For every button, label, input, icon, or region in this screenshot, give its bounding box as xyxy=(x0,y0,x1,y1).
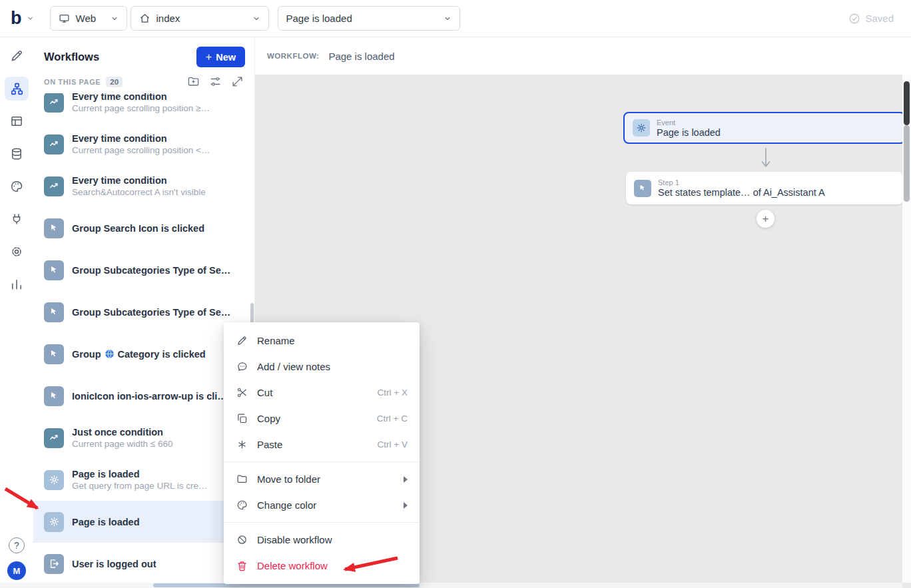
page-dropdown[interactable]: index xyxy=(131,6,269,31)
workflow-item-subtitle: Current page width ≤ 660 xyxy=(72,439,173,449)
scrollbar-thumb[interactable] xyxy=(904,81,910,125)
workflow-item-subtitle: Get query from page URL is cre… xyxy=(72,481,208,491)
layout-icon xyxy=(10,115,23,128)
menu-item-rename[interactable]: Rename xyxy=(224,328,420,354)
workflow-list-item[interactable]: IonicIcon ion-ios-arrow-up is cli… xyxy=(33,375,254,417)
plugins-tab[interactable] xyxy=(5,207,29,231)
horizontal-scrollbar[interactable] xyxy=(0,583,902,588)
scrollbar-thumb[interactable] xyxy=(904,125,910,202)
submenu-arrow-icon xyxy=(404,502,408,509)
plug-icon xyxy=(10,212,23,226)
menu-item-cut[interactable]: Cut Ctrl + X xyxy=(224,380,420,406)
menu-item-shortcut: Ctrl + X xyxy=(378,388,408,398)
step-action-icon xyxy=(634,180,651,197)
workflow-item-subtitle: Current page scrolling position <… xyxy=(72,145,210,155)
help-button[interactable]: ? xyxy=(9,537,25,553)
bar-chart-icon xyxy=(10,278,23,291)
menu-item-paste[interactable]: Paste Ctrl + V xyxy=(224,432,420,457)
workflow-item-title: Group Subcategories Type of Se… xyxy=(72,265,230,276)
home-icon xyxy=(139,13,151,24)
event-node-title: Page is loaded xyxy=(657,127,721,138)
trash-icon xyxy=(236,560,248,571)
workflow-item-subtitle: Search&Autocorrect A isn't visible xyxy=(72,187,206,197)
step-node[interactable]: Step 1 Set states template… of Ai_Assist… xyxy=(626,172,903,204)
save-status: Saved xyxy=(848,13,894,25)
workflow-header-label: WORKFLOW: xyxy=(267,52,319,60)
workflow-list-item[interactable]: Every time conditionSearch&Autocorrect A… xyxy=(33,165,254,207)
topbar: b Web index Page is loaded xyxy=(0,0,911,37)
workflow-item-title: Every time condition xyxy=(72,175,206,186)
app-menu[interactable]: b xyxy=(11,9,34,27)
workflow-item-title: Page is loaded xyxy=(72,517,140,527)
workflow-list-item[interactable]: Page is loadedGet query from page URL is… xyxy=(33,459,254,501)
saved-check-icon xyxy=(848,13,860,25)
avatar[interactable]: M xyxy=(7,561,26,580)
new-workflow-button[interactable]: + New xyxy=(196,47,245,67)
paste-icon xyxy=(236,439,248,450)
event-node[interactable]: Event Page is loaded xyxy=(623,112,906,144)
context-menu: Rename Add / view notes Cut Ctrl + X Cop… xyxy=(224,322,420,584)
folder-icon xyxy=(236,473,248,485)
workflow-item-title: Group Search Icon is clicked xyxy=(72,223,204,234)
new-folder-icon[interactable] xyxy=(187,75,200,88)
workflow-list-item[interactable]: Every time conditionCurrent page scrolli… xyxy=(33,123,254,165)
styles-tab[interactable] xyxy=(5,174,29,198)
workflows-panel-header: Workflows + New xyxy=(33,37,254,70)
menu-item-delete-workflow[interactable]: Delete workflow xyxy=(224,553,420,579)
workflow-list-item[interactable]: Group Subcategories Type of Se… xyxy=(33,249,254,291)
platform-dropdown-label: Web xyxy=(76,13,97,24)
layout-tab[interactable] xyxy=(5,109,29,133)
recurring-event-icon xyxy=(44,176,64,196)
workflow-item-title: Every time condition xyxy=(72,93,210,102)
add-step-button[interactable]: + xyxy=(757,210,774,228)
menu-item-shortcut: Ctrl + C xyxy=(377,414,408,424)
menu-item-move-to-folder[interactable]: Move to folder xyxy=(224,466,420,492)
expand-icon[interactable] xyxy=(231,75,244,88)
workflow-tab[interactable] xyxy=(5,77,29,101)
platform-dropdown[interactable]: Web xyxy=(50,6,127,31)
menu-item-copy[interactable]: Copy Ctrl + C xyxy=(224,406,420,432)
data-tab[interactable] xyxy=(5,142,29,166)
workflow-list-item[interactable]: Group Search Icon is clicked xyxy=(33,207,254,249)
menu-item-label: Rename xyxy=(257,335,295,346)
settings-tab[interactable] xyxy=(5,240,29,264)
menu-item-label: Change color xyxy=(257,499,316,511)
menu-item-add-view-notes[interactable]: Add / view notes xyxy=(224,354,420,380)
workflows-section-row: ON THIS PAGE 20 xyxy=(33,70,254,93)
element-click-event-icon xyxy=(44,218,64,238)
workflow-list-item[interactable]: Group Category is clicked xyxy=(33,333,254,375)
monitor-icon xyxy=(59,13,70,24)
workflow-header-value: Page is loaded xyxy=(328,51,394,62)
menu-item-disable-workflow[interactable]: Disable workflow xyxy=(224,527,420,553)
workflow-list-item[interactable]: User is logged out xyxy=(33,543,254,585)
workflow-select-dropdown[interactable]: Page is loaded xyxy=(278,6,460,31)
workflow-item-title: Category is clicked xyxy=(118,349,206,360)
workflow-list-item[interactable]: Every time conditionCurrent page scrolli… xyxy=(33,93,254,123)
menu-item-shortcut: Ctrl + V xyxy=(378,440,408,449)
menu-item-change-color[interactable]: Change color xyxy=(224,492,420,518)
workflow-list-item[interactable]: Group Subcategories Type of Se… xyxy=(33,291,254,333)
workflow-item-title: Just once condition xyxy=(72,427,173,438)
menu-divider xyxy=(224,461,420,462)
database-icon xyxy=(10,147,23,160)
filter-sliders-icon[interactable] xyxy=(209,75,222,88)
chevron-down-icon xyxy=(111,15,119,23)
gear-icon xyxy=(10,245,23,258)
design-tab[interactable] xyxy=(5,44,29,68)
globe-icon xyxy=(105,349,115,359)
workflow-list-item-selected[interactable]: Page is loaded xyxy=(33,501,254,543)
canvas-header: WORKFLOW: Page is loaded xyxy=(255,37,911,75)
step-node-kind: Step 1 xyxy=(658,178,825,186)
step-node-title: Set states template… of Ai_Assistant A xyxy=(658,187,825,198)
pencil-icon xyxy=(10,49,23,63)
workflow-list-item[interactable]: Just once conditionCurrent page width ≤ … xyxy=(33,417,254,459)
menu-item-label: Delete workflow xyxy=(257,560,328,571)
recurring-event-icon xyxy=(44,428,64,448)
menu-item-label: Paste xyxy=(257,439,282,450)
recurring-event-icon xyxy=(44,93,64,113)
pencil-icon xyxy=(236,335,248,346)
logs-tab[interactable] xyxy=(5,272,29,296)
canvas-vertical-scrollbar[interactable] xyxy=(902,75,911,583)
menu-item-label: Add / view notes xyxy=(257,361,330,372)
chevron-down-icon xyxy=(252,15,260,23)
